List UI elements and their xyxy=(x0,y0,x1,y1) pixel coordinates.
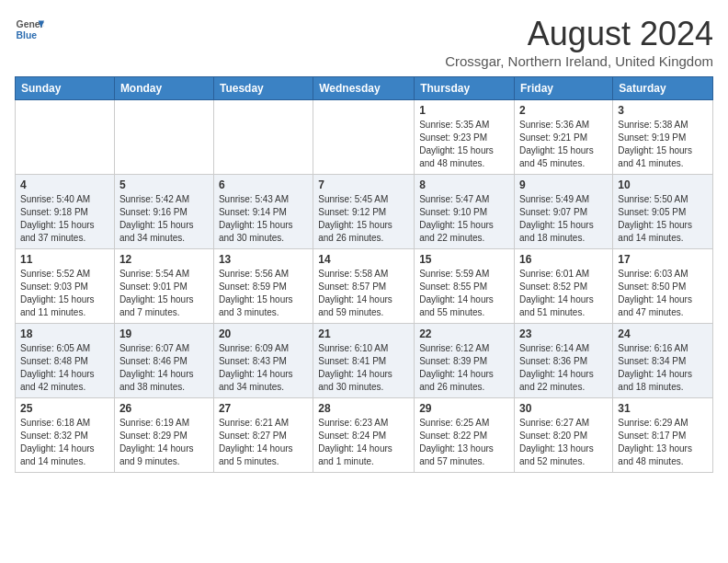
day-number: 9 xyxy=(519,178,608,191)
day-number: 18 xyxy=(20,327,109,340)
day-info: Sunrise: 6:25 AM Sunset: 8:22 PM Dayligh… xyxy=(419,417,509,468)
day-number: 6 xyxy=(219,178,308,191)
day-number: 28 xyxy=(318,402,409,415)
calendar-cell: 13Sunrise: 5:56 AM Sunset: 8:59 PM Dayli… xyxy=(213,249,313,324)
header-monday: Monday xyxy=(114,77,213,100)
calendar-body: 1Sunrise: 5:35 AM Sunset: 9:23 PM Daylig… xyxy=(16,100,713,473)
day-info: Sunrise: 6:16 AM Sunset: 8:34 PM Dayligh… xyxy=(618,342,708,394)
day-info: Sunrise: 5:56 AM Sunset: 8:59 PM Dayligh… xyxy=(219,268,308,319)
calendar-cell xyxy=(313,100,415,175)
day-number: 8 xyxy=(419,178,509,191)
day-info: Sunrise: 6:27 AM Sunset: 8:20 PM Dayligh… xyxy=(519,417,608,468)
calendar-cell: 24Sunrise: 6:16 AM Sunset: 8:34 PM Dayli… xyxy=(613,324,713,398)
day-info: Sunrise: 6:07 AM Sunset: 8:46 PM Dayligh… xyxy=(119,342,209,394)
day-number: 25 xyxy=(20,402,109,415)
day-info: Sunrise: 6:09 AM Sunset: 8:43 PM Dayligh… xyxy=(219,342,308,394)
day-info: Sunrise: 5:54 AM Sunset: 9:01 PM Dayligh… xyxy=(119,268,209,319)
calendar-cell: 10Sunrise: 5:50 AM Sunset: 9:05 PM Dayli… xyxy=(613,175,713,249)
calendar-cell: 15Sunrise: 5:59 AM Sunset: 8:55 PM Dayli… xyxy=(415,249,515,324)
calendar-cell: 22Sunrise: 6:12 AM Sunset: 8:39 PM Dayli… xyxy=(415,324,515,398)
day-number: 22 xyxy=(419,327,509,340)
calendar-cell: 16Sunrise: 6:01 AM Sunset: 8:52 PM Dayli… xyxy=(515,249,613,324)
day-info: Sunrise: 6:05 AM Sunset: 8:48 PM Dayligh… xyxy=(20,342,109,394)
day-number: 30 xyxy=(519,402,608,415)
day-info: Sunrise: 6:10 AM Sunset: 8:41 PM Dayligh… xyxy=(318,342,409,394)
calendar-cell: 17Sunrise: 6:03 AM Sunset: 8:50 PM Dayli… xyxy=(613,249,713,324)
logo: General Blue xyxy=(15,15,44,44)
calendar-cell: 25Sunrise: 6:18 AM Sunset: 8:32 PM Dayli… xyxy=(16,398,115,473)
day-info: Sunrise: 5:47 AM Sunset: 9:10 PM Dayligh… xyxy=(419,193,509,245)
calendar-cell: 19Sunrise: 6:07 AM Sunset: 8:46 PM Dayli… xyxy=(114,324,213,398)
day-number: 1 xyxy=(419,104,509,117)
calendar-cell: 29Sunrise: 6:25 AM Sunset: 8:22 PM Dayli… xyxy=(415,398,515,473)
header-row: SundayMondayTuesdayWednesdayThursdayFrid… xyxy=(16,77,713,100)
calendar-cell: 5Sunrise: 5:42 AM Sunset: 9:16 PM Daylig… xyxy=(114,175,213,249)
calendar-cell: 1Sunrise: 5:35 AM Sunset: 9:23 PM Daylig… xyxy=(415,100,515,175)
calendar-cell xyxy=(16,100,115,175)
day-number: 7 xyxy=(318,178,409,191)
calendar-cell: 21Sunrise: 6:10 AM Sunset: 8:41 PM Dayli… xyxy=(313,324,415,398)
day-number: 27 xyxy=(219,402,308,415)
day-info: Sunrise: 6:01 AM Sunset: 8:52 PM Dayligh… xyxy=(519,268,608,319)
day-info: Sunrise: 6:12 AM Sunset: 8:39 PM Dayligh… xyxy=(419,342,509,394)
title-section: August 2024 Crossgar, Northern Ireland, … xyxy=(445,15,713,69)
week-row-1: 4Sunrise: 5:40 AM Sunset: 9:18 PM Daylig… xyxy=(16,175,713,249)
calendar-cell: 20Sunrise: 6:09 AM Sunset: 8:43 PM Dayli… xyxy=(213,324,313,398)
day-info: Sunrise: 5:38 AM Sunset: 9:19 PM Dayligh… xyxy=(618,119,708,170)
calendar-cell: 7Sunrise: 5:45 AM Sunset: 9:12 PM Daylig… xyxy=(313,175,415,249)
calendar-cell: 12Sunrise: 5:54 AM Sunset: 9:01 PM Dayli… xyxy=(114,249,213,324)
day-info: Sunrise: 6:23 AM Sunset: 8:24 PM Dayligh… xyxy=(318,417,409,468)
day-info: Sunrise: 5:52 AM Sunset: 9:03 PM Dayligh… xyxy=(20,268,109,319)
week-row-2: 11Sunrise: 5:52 AM Sunset: 9:03 PM Dayli… xyxy=(16,249,713,324)
header-wednesday: Wednesday xyxy=(313,77,415,100)
week-row-0: 1Sunrise: 5:35 AM Sunset: 9:23 PM Daylig… xyxy=(16,100,713,175)
day-number: 20 xyxy=(219,327,308,340)
day-number: 21 xyxy=(318,327,409,340)
calendar-header: SundayMondayTuesdayWednesdayThursdayFrid… xyxy=(16,77,713,100)
day-number: 31 xyxy=(618,402,708,415)
day-info: Sunrise: 6:14 AM Sunset: 8:36 PM Dayligh… xyxy=(519,342,608,394)
day-info: Sunrise: 5:45 AM Sunset: 9:12 PM Dayligh… xyxy=(318,193,409,245)
calendar-cell: 9Sunrise: 5:49 AM Sunset: 9:07 PM Daylig… xyxy=(515,175,613,249)
calendar-cell: 6Sunrise: 5:43 AM Sunset: 9:14 PM Daylig… xyxy=(213,175,313,249)
day-number: 26 xyxy=(119,402,209,415)
day-info: Sunrise: 6:03 AM Sunset: 8:50 PM Dayligh… xyxy=(618,268,708,319)
day-number: 3 xyxy=(618,104,708,117)
calendar-cell: 14Sunrise: 5:58 AM Sunset: 8:57 PM Dayli… xyxy=(313,249,415,324)
day-info: Sunrise: 6:18 AM Sunset: 8:32 PM Dayligh… xyxy=(20,417,109,468)
day-number: 13 xyxy=(219,253,308,266)
day-number: 5 xyxy=(119,178,209,191)
day-number: 16 xyxy=(519,253,608,266)
header-friday: Friday xyxy=(515,77,613,100)
header-saturday: Saturday xyxy=(613,77,713,100)
day-info: Sunrise: 6:29 AM Sunset: 8:17 PM Dayligh… xyxy=(618,417,708,468)
month-title: August 2024 xyxy=(445,15,713,53)
svg-text:Blue: Blue xyxy=(17,30,38,40)
location: Crossgar, Northern Ireland, United Kingd… xyxy=(445,53,713,69)
calendar-cell: 11Sunrise: 5:52 AM Sunset: 9:03 PM Dayli… xyxy=(16,249,115,324)
page-header: General Blue August 2024 Crossgar, North… xyxy=(15,15,713,69)
header-tuesday: Tuesday xyxy=(213,77,313,100)
logo-icon: General Blue xyxy=(15,15,44,44)
day-info: Sunrise: 6:21 AM Sunset: 8:27 PM Dayligh… xyxy=(219,417,308,468)
day-info: Sunrise: 5:50 AM Sunset: 9:05 PM Dayligh… xyxy=(618,193,708,245)
day-info: Sunrise: 5:42 AM Sunset: 9:16 PM Dayligh… xyxy=(119,193,209,245)
day-number: 24 xyxy=(618,327,708,340)
day-number: 12 xyxy=(119,253,209,266)
day-info: Sunrise: 5:58 AM Sunset: 8:57 PM Dayligh… xyxy=(318,268,409,319)
day-number: 4 xyxy=(20,178,109,191)
day-info: Sunrise: 5:59 AM Sunset: 8:55 PM Dayligh… xyxy=(419,268,509,319)
calendar-cell: 23Sunrise: 6:14 AM Sunset: 8:36 PM Dayli… xyxy=(515,324,613,398)
header-thursday: Thursday xyxy=(415,77,515,100)
header-sunday: Sunday xyxy=(16,77,115,100)
day-number: 15 xyxy=(419,253,509,266)
calendar-cell: 4Sunrise: 5:40 AM Sunset: 9:18 PM Daylig… xyxy=(16,175,115,249)
day-info: Sunrise: 6:19 AM Sunset: 8:29 PM Dayligh… xyxy=(119,417,209,468)
day-number: 10 xyxy=(618,178,708,191)
calendar-cell xyxy=(114,100,213,175)
calendar-cell: 27Sunrise: 6:21 AM Sunset: 8:27 PM Dayli… xyxy=(213,398,313,473)
calendar-cell: 18Sunrise: 6:05 AM Sunset: 8:48 PM Dayli… xyxy=(16,324,115,398)
day-number: 29 xyxy=(419,402,509,415)
day-info: Sunrise: 5:40 AM Sunset: 9:18 PM Dayligh… xyxy=(20,193,109,245)
day-info: Sunrise: 5:35 AM Sunset: 9:23 PM Dayligh… xyxy=(419,119,509,170)
